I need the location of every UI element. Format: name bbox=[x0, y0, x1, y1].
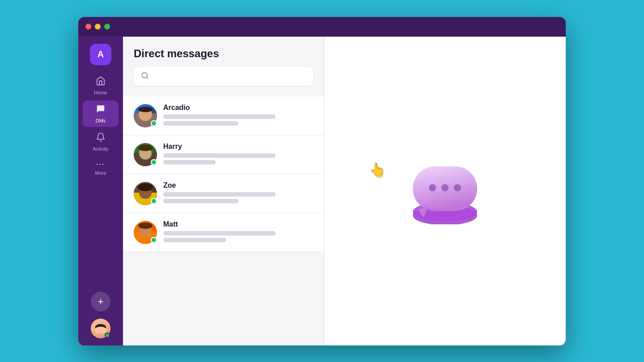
preview-line-1 bbox=[163, 192, 275, 197]
current-user-status-dot bbox=[105, 333, 110, 338]
preview-line-2 bbox=[163, 121, 238, 126]
preview-line-2 bbox=[163, 238, 226, 242]
svg-point-9 bbox=[441, 184, 449, 191]
sidebar-item-activity[interactable]: Activity bbox=[83, 129, 119, 155]
contact-name: Arcadio bbox=[163, 104, 313, 112]
contact-info-zoe: Zoe bbox=[163, 181, 313, 206]
contact-avatar-matt bbox=[134, 221, 157, 244]
more-icon: ··· bbox=[96, 160, 105, 168]
list-item[interactable]: Zoe bbox=[123, 174, 324, 213]
sidebar-activity-label: Activity bbox=[93, 146, 109, 152]
current-user-avatar[interactable] bbox=[91, 319, 110, 338]
contact-name: Zoe bbox=[163, 181, 313, 189]
sidebar-item-more[interactable]: ··· More bbox=[83, 157, 119, 179]
add-button[interactable]: + bbox=[91, 292, 110, 311]
contact-status-matt bbox=[151, 237, 157, 243]
list-item[interactable]: Matt bbox=[123, 213, 324, 252]
sidebar-home-label: Home bbox=[94, 90, 107, 95]
main-content: A Home bbox=[78, 37, 566, 345]
sidebar: A Home bbox=[78, 37, 123, 345]
svg-point-1 bbox=[100, 108, 101, 109]
search-icon bbox=[141, 72, 149, 81]
preview-line-1 bbox=[163, 114, 275, 119]
user-avatar-initial[interactable]: A bbox=[90, 44, 111, 65]
preview-line-2 bbox=[163, 160, 216, 164]
activity-icon bbox=[96, 132, 106, 144]
svg-point-10 bbox=[454, 184, 461, 191]
empty-state-illustration bbox=[405, 157, 485, 224]
chat-bubble-svg bbox=[405, 157, 485, 224]
svg-line-4 bbox=[146, 77, 148, 78]
sidebar-dms-label: DMs bbox=[96, 118, 106, 123]
contact-status-zoe bbox=[151, 198, 157, 204]
dm-header: Direct messages bbox=[123, 37, 324, 93]
preview-line-2 bbox=[163, 199, 238, 203]
contact-status-arcadio bbox=[151, 120, 157, 126]
sidebar-more-label: More bbox=[95, 170, 106, 176]
dm-list: Arcadio bbox=[123, 93, 324, 345]
contact-info-arcadio: Arcadio bbox=[163, 104, 313, 128]
contact-avatar-zoe bbox=[134, 182, 157, 205]
dm-panel-title: Direct messages bbox=[134, 47, 313, 60]
sidebar-item-home[interactable]: Home bbox=[83, 72, 119, 99]
contact-status-harry bbox=[151, 159, 157, 165]
list-item[interactable]: Harry bbox=[123, 135, 324, 174]
home-icon bbox=[96, 76, 106, 88]
preview-line-1 bbox=[163, 153, 275, 158]
svg-point-8 bbox=[429, 184, 436, 191]
minimize-button[interactable] bbox=[95, 24, 101, 29]
contact-avatar-arcadio bbox=[134, 104, 157, 127]
contact-info-matt: Matt bbox=[163, 220, 313, 244]
title-bar bbox=[78, 17, 566, 37]
dm-panel: Direct messages bbox=[123, 37, 324, 345]
maximize-button[interactable] bbox=[104, 24, 110, 29]
contact-name: Matt bbox=[163, 220, 313, 228]
app-window: A Home bbox=[78, 17, 566, 345]
contact-name: Harry bbox=[163, 143, 313, 151]
sidebar-bottom: + bbox=[91, 292, 110, 338]
contact-info-harry: Harry bbox=[163, 143, 313, 167]
cursor-icon: 👆 bbox=[369, 162, 386, 177]
sidebar-item-dms[interactable]: DMs bbox=[83, 101, 119, 127]
search-input[interactable] bbox=[153, 72, 306, 80]
contact-avatar-harry bbox=[134, 143, 157, 166]
svg-point-2 bbox=[102, 108, 103, 109]
close-button[interactable] bbox=[85, 24, 91, 29]
preview-line-1 bbox=[163, 231, 275, 236]
list-item[interactable]: Arcadio bbox=[123, 97, 324, 135]
search-bar[interactable] bbox=[134, 67, 313, 86]
right-panel: 👆 bbox=[324, 37, 566, 345]
svg-point-0 bbox=[98, 108, 99, 109]
dms-icon bbox=[96, 104, 106, 116]
